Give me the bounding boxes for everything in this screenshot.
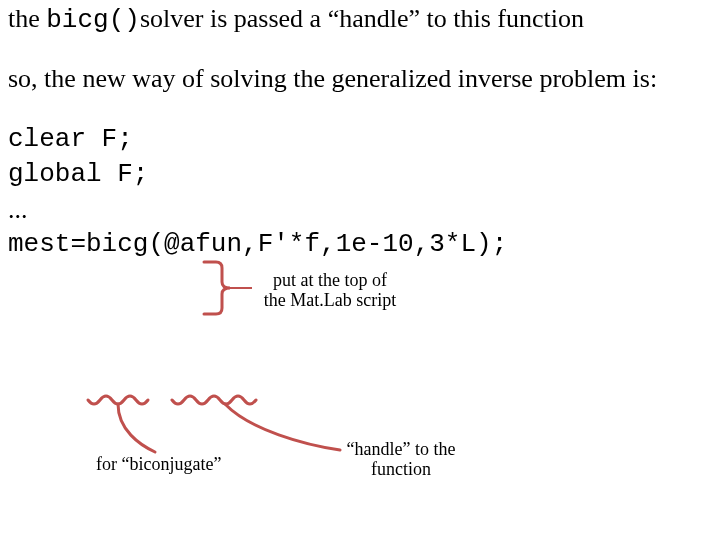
text-solution: so, the new way of solving the generaliz… [8, 64, 657, 93]
code-block: clear F; global F; ... mest=bicg(@afun,F… [8, 122, 712, 262]
code-line-ellipsis: ... [8, 192, 712, 227]
annotation-top-line1: put at the top of [250, 271, 410, 291]
text-post: solver is passed a “handle” to this func… [140, 4, 584, 33]
code-line-global: global F; [8, 157, 712, 192]
code-line-mest: mest=bicg(@afun,F'*f,1e-10,3*L); [8, 227, 712, 262]
connector-bicg-icon [118, 404, 155, 452]
paragraph-intro: the bicg()solver is passed a “handle” to… [8, 4, 712, 36]
squiggle-afun-icon [172, 396, 256, 404]
code-inline-bicg: bicg() [46, 5, 140, 35]
bracket-icon [204, 262, 230, 314]
squiggle-bicg-icon [88, 396, 148, 404]
paragraph-solution: so, the new way of solving the generaliz… [8, 64, 712, 94]
annotation-biconjugate: for “biconjugate” [96, 455, 221, 475]
annotation-top-line2: the Mat.Lab script [250, 291, 410, 311]
connector-afun-icon [225, 404, 340, 450]
annotation-handle: “handle” to the function [326, 440, 476, 480]
text-pre: the [8, 4, 46, 33]
annotation-top-of-script: put at the top of the Mat.Lab script [250, 271, 410, 311]
code-line-clear: clear F; [8, 122, 712, 157]
annotation-handle-line1: “handle” to the [326, 440, 476, 460]
annotation-handle-line2: function [326, 460, 476, 480]
